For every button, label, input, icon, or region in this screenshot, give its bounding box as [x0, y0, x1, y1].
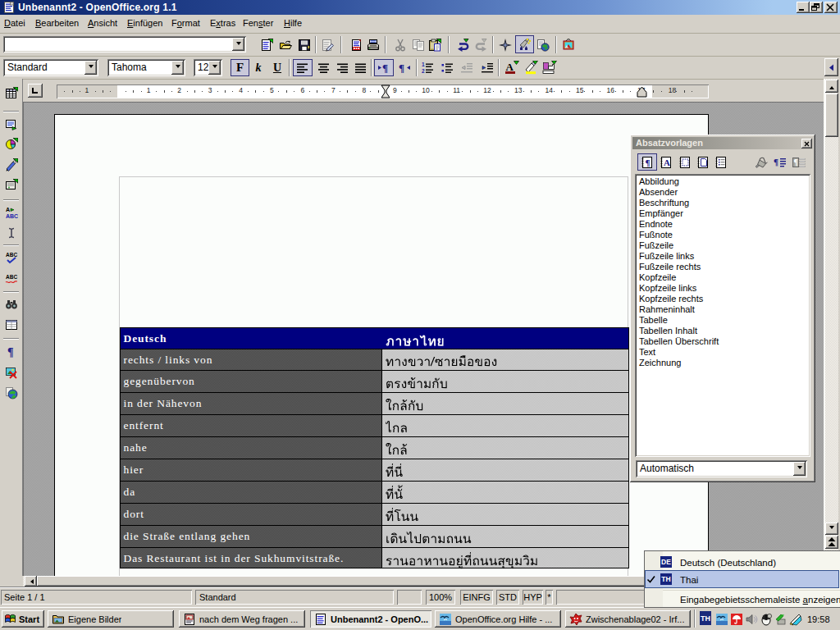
svg-text:A: A [505, 61, 514, 73]
svg-text:ABC: ABC [6, 274, 17, 280]
svg-text:¶: ¶ [793, 158, 797, 167]
svg-text:1: 1 [422, 62, 425, 67]
svg-text:A: A [664, 158, 670, 167]
svg-text:A: A [6, 207, 10, 212]
svg-text:¶: ¶ [7, 346, 14, 358]
svg-text:2: 2 [422, 68, 425, 74]
svg-text:ABC: ABC [6, 252, 17, 258]
svg-text:¶: ¶ [382, 62, 388, 74]
svg-text:ABC: ABC [6, 213, 18, 219]
svg-text:¶: ¶ [646, 158, 651, 167]
svg-text:¶: ¶ [774, 157, 778, 167]
svg-text:¶: ¶ [399, 62, 404, 74]
